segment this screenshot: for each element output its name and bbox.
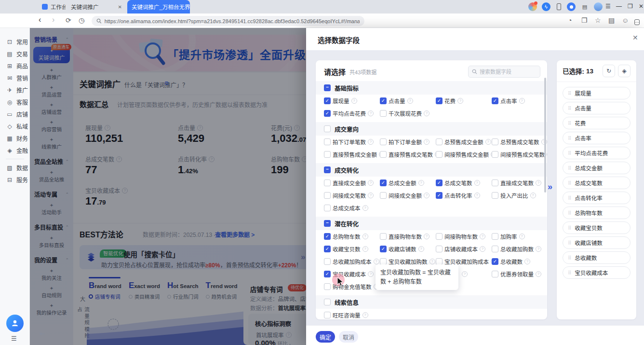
drag-handle-icon[interactable]: ⠿ (568, 91, 571, 96)
bookmark-icon[interactable]: ☆ (595, 16, 601, 24)
field-checkbox[interactable]: ✓ (436, 97, 443, 104)
selected-field-pill[interactable]: ⠿宝贝收藏成本 (563, 266, 631, 279)
history-button[interactable]: ◷ (79, 16, 84, 24)
field-checkbox[interactable] (380, 258, 387, 265)
field-checkbox[interactable] (492, 233, 498, 240)
field-checkbox[interactable] (324, 283, 331, 290)
chat-icon[interactable]: ⋯ (634, 17, 640, 25)
reload-button[interactable]: ⟳ (66, 16, 71, 24)
field-checkbox[interactable] (324, 192, 331, 199)
browser-menu-icon[interactable]: ☰ (605, 3, 611, 10)
field-option[interactable]: 直接购物车数? (380, 230, 436, 243)
field-option[interactable]: 总收藏加购成本? (324, 255, 380, 268)
field-section-header[interactable]: 成交意向 (316, 122, 547, 136)
browser-tab[interactable]: 关键词推广✕ (67, 0, 126, 14)
note-icon[interactable]: ▤ (580, 2, 589, 11)
field-option[interactable]: ✓展现量? (324, 95, 380, 107)
field-option[interactable]: 间接预售成交金额? (436, 148, 492, 161)
phone-icon[interactable] (554, 2, 563, 11)
field-checkbox[interactable] (492, 151, 498, 158)
selected-field-pill[interactable]: ⠿收藏店铺数 (563, 236, 631, 249)
field-checkbox[interactable] (436, 246, 443, 252)
field-option[interactable]: 间接购物车数? (436, 230, 492, 243)
tab-close-icon[interactable]: ✕ (118, 4, 122, 10)
field-option[interactable]: 间接预售成交笔数? (492, 148, 547, 161)
field-option[interactable]: ✓点击转化率? (436, 189, 492, 202)
field-option[interactable]: 千次展现花费? (380, 107, 436, 120)
drag-handle-icon[interactable]: ⠿ (568, 106, 571, 111)
address-bar[interactable]: https://one.alimama.com/index.html?spm=a… (92, 16, 364, 26)
shell-menu-icon[interactable]: ☰ (11, 335, 17, 342)
field-checkbox[interactable] (380, 110, 387, 117)
field-option[interactable]: 加购率? (492, 230, 547, 243)
sidebar-item-customer-service[interactable]: ◎客服 (0, 96, 30, 108)
drag-handle-icon[interactable]: ⠿ (568, 180, 571, 186)
selected-field-pill[interactable]: ⠿收藏宝贝数 (563, 221, 631, 234)
field-option[interactable]: 直接成交笔数? (492, 177, 547, 189)
field-checkbox[interactable] (492, 246, 498, 252)
field-section-header[interactable]: –成交转化 (316, 163, 547, 177)
field-checkbox[interactable] (380, 192, 387, 199)
sidebar-item-common[interactable]: ⊡常用 (0, 36, 30, 48)
section-checkbox[interactable] (324, 125, 331, 132)
field-option[interactable]: 间接成交笔数? (324, 189, 380, 202)
browser-tab[interactable]: 工作台 (38, 0, 66, 14)
field-checkbox[interactable]: ✓ (324, 246, 331, 252)
sidebar-collapse-icon[interactable]: ⇤ (40, 330, 45, 337)
selected-field-pill[interactable]: ⠿总购物车数 (563, 207, 631, 219)
field-checkbox[interactable]: ✓ (324, 97, 331, 104)
section-checkbox[interactable]: – (324, 84, 331, 91)
field-option[interactable]: 总预售成交笔数? (492, 136, 547, 148)
field-option[interactable]: 直接成交金额? (324, 177, 380, 189)
sidebar-item-marketing[interactable]: ✉营销 (0, 72, 30, 84)
field-checkbox[interactable]: ✓ (380, 246, 387, 252)
field-option[interactable]: ✓收藏店铺数? (380, 243, 436, 255)
sidebar-item-private-domain[interactable]: ◇私域 (0, 120, 30, 132)
field-checkbox[interactable]: ✓ (380, 179, 387, 186)
field-checkbox[interactable] (324, 138, 331, 145)
section-checkbox[interactable] (324, 299, 331, 305)
field-checkbox[interactable]: ✓ (380, 97, 387, 104)
sidebar-item-services[interactable]: ⊟服务 (0, 174, 30, 186)
field-option[interactable]: ✓总购物车数? (324, 230, 380, 243)
drag-handle-icon[interactable]: ⠿ (568, 225, 571, 231)
performance-icon[interactable]: ◔ (568, 16, 572, 24)
feedback-icon[interactable]: ☺ (622, 16, 629, 24)
sidebar-item-data[interactable]: ▧数据 (0, 162, 30, 174)
drag-handle-icon[interactable]: ⠿ (568, 210, 571, 216)
save-preset-button[interactable]: ◈ (618, 65, 631, 77)
drag-handle-icon[interactable]: ⠿ (568, 166, 571, 171)
modal-overlay[interactable] (30, 28, 306, 345)
sidebar-item-shop[interactable]: ▭店铺 (0, 108, 30, 120)
selected-field-pill[interactable]: ⠿平均点击花费 (563, 147, 631, 159)
field-checkbox[interactable] (380, 138, 387, 145)
field-option[interactable]: 总收藏加购数? (492, 243, 547, 255)
field-section-header[interactable]: –基础指标 (316, 81, 547, 95)
field-checkbox[interactable] (324, 205, 331, 211)
field-checkbox[interactable] (492, 138, 498, 145)
dialog-close-icon[interactable]: ✕ (632, 34, 638, 41)
selected-field-pill[interactable]: ⠿总成交金额 (563, 162, 631, 174)
field-checkbox[interactable] (436, 138, 443, 145)
field-option[interactable]: 优惠券领取量? (492, 268, 547, 280)
field-checkbox[interactable]: ✓ (436, 192, 443, 199)
field-search-input[interactable] (480, 69, 533, 75)
field-option[interactable]: ✓平均点击花费? (324, 107, 380, 120)
field-section-header[interactable]: 线索信息 (316, 295, 547, 309)
field-checkbox[interactable] (436, 233, 443, 240)
field-checkbox[interactable] (324, 151, 331, 158)
section-checkbox[interactable]: – (324, 166, 331, 173)
selected-field-pill[interactable]: ⠿花费 (563, 117, 631, 129)
field-option[interactable]: 旺旺咨询量? (324, 309, 380, 319)
sidebar-item-banking[interactable]: ◈金融 (0, 144, 30, 156)
field-option[interactable]: ✓总成交金额? (380, 177, 436, 189)
drag-handle-icon[interactable]: ⠿ (568, 270, 571, 276)
field-checkbox[interactable] (380, 151, 387, 158)
field-option[interactable]: ✓收藏宝贝数? (324, 243, 380, 255)
sidebar-item-promotion[interactable]: ✈推广 (0, 84, 30, 96)
section-checkbox[interactable]: – (324, 220, 331, 227)
maximize-button[interactable]: ❐ (628, 3, 633, 10)
field-option[interactable]: 拍下订单笔数? (324, 136, 380, 148)
assistant-icon[interactable] (6, 315, 24, 332)
field-checkbox[interactable] (324, 312, 331, 318)
